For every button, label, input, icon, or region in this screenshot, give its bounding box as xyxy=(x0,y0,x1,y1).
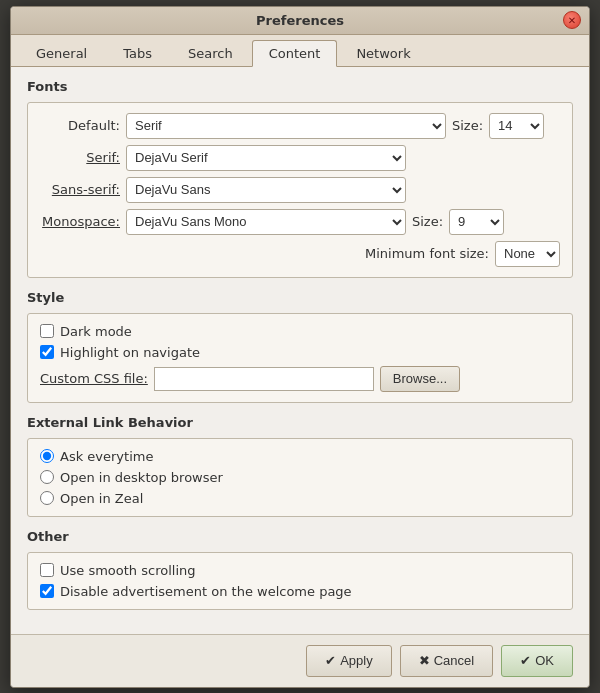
style-section-title: Style xyxy=(27,290,573,305)
radio-zeal-label: Open in Zeal xyxy=(60,491,143,506)
radio-zeal[interactable] xyxy=(40,491,54,505)
radio-desktop[interactable] xyxy=(40,470,54,484)
style-box: Dark mode Highlight on navigate Custom C… xyxy=(27,313,573,403)
titlebar: Preferences ✕ xyxy=(11,7,589,35)
css-file-input[interactable] xyxy=(154,367,374,391)
tab-network[interactable]: Network xyxy=(339,40,427,67)
ok-check-icon: ✔ xyxy=(520,653,531,668)
radio-ask-label: Ask everytime xyxy=(60,449,153,464)
min-font-size-select[interactable]: None xyxy=(495,241,560,267)
cancel-x-icon: ✖ xyxy=(419,653,430,668)
footer: ✔ Apply ✖ Cancel ✔ OK xyxy=(11,634,589,687)
external-link-title: External Link Behavior xyxy=(27,415,573,430)
tab-content[interactable]: Content xyxy=(252,40,338,67)
tab-general[interactable]: General xyxy=(19,40,104,67)
style-section: Style Dark mode Highlight on navigate Cu… xyxy=(27,290,573,403)
dark-mode-checkbox[interactable] xyxy=(40,324,54,338)
other-section-title: Other xyxy=(27,529,573,544)
css-file-row: Custom CSS file: Browse... xyxy=(40,366,560,392)
radio-zeal-row: Open in Zeal xyxy=(40,491,560,506)
dark-mode-label: Dark mode xyxy=(60,324,132,339)
browse-button[interactable]: Browse... xyxy=(380,366,460,392)
fonts-box: Default: Serif Size: 14 Serif: DejaVu Se… xyxy=(27,102,573,278)
serif-font-label: Serif: xyxy=(40,150,120,165)
mono-font-select[interactable]: DejaVu Sans Mono xyxy=(126,209,406,235)
apply-label: Apply xyxy=(340,653,373,668)
mono-size-label: Size: xyxy=(412,214,443,229)
radio-desktop-row: Open in desktop browser xyxy=(40,470,560,485)
fonts-section-title: Fonts xyxy=(27,79,573,94)
window-title: Preferences xyxy=(256,13,344,28)
serif-font-select[interactable]: DejaVu Serif xyxy=(126,145,406,171)
min-font-row: Minimum font size: None xyxy=(40,241,560,267)
tab-bar: General Tabs Search Content Network xyxy=(11,35,589,67)
default-size-label: Size: xyxy=(452,118,483,133)
preferences-window: Preferences ✕ General Tabs Search Conten… xyxy=(10,6,590,688)
disable-ads-label: Disable advertisement on the welcome pag… xyxy=(60,584,352,599)
radio-ask[interactable] xyxy=(40,449,54,463)
default-font-select[interactable]: Serif xyxy=(126,113,446,139)
external-link-section: External Link Behavior Ask everytime Ope… xyxy=(27,415,573,517)
serif-font-row: Serif: DejaVu Serif xyxy=(40,145,560,171)
default-font-row: Default: Serif Size: 14 xyxy=(40,113,560,139)
mono-font-size-select[interactable]: 9 xyxy=(449,209,504,235)
tab-tabs[interactable]: Tabs xyxy=(106,40,169,67)
smooth-scroll-checkbox[interactable] xyxy=(40,563,54,577)
ok-button[interactable]: ✔ OK xyxy=(501,645,573,677)
sans-font-row: Sans-serif: DejaVu Sans xyxy=(40,177,560,203)
cancel-label: Cancel xyxy=(434,653,474,668)
ok-label: OK xyxy=(535,653,554,668)
other-section: Other Use smooth scrolling Disable adver… xyxy=(27,529,573,610)
tab-search[interactable]: Search xyxy=(171,40,250,67)
radio-ask-row: Ask everytime xyxy=(40,449,560,464)
radio-desktop-label: Open in desktop browser xyxy=(60,470,223,485)
css-file-label: Custom CSS file: xyxy=(40,371,148,386)
dark-mode-row: Dark mode xyxy=(40,324,560,339)
smooth-scroll-row: Use smooth scrolling xyxy=(40,563,560,578)
sans-font-label: Sans-serif: xyxy=(40,182,120,197)
highlight-label: Highlight on navigate xyxy=(60,345,200,360)
external-link-box: Ask everytime Open in desktop browser Op… xyxy=(27,438,573,517)
mono-font-label: Monospace: xyxy=(40,214,120,229)
content-area: Fonts Default: Serif Size: 14 Serif: xyxy=(11,67,589,634)
close-button[interactable]: ✕ xyxy=(563,11,581,29)
smooth-scroll-label: Use smooth scrolling xyxy=(60,563,196,578)
apply-check-icon: ✔ xyxy=(325,653,336,668)
other-box: Use smooth scrolling Disable advertiseme… xyxy=(27,552,573,610)
cancel-button[interactable]: ✖ Cancel xyxy=(400,645,493,677)
default-font-label: Default: xyxy=(40,118,120,133)
fonts-section: Fonts Default: Serif Size: 14 Serif: xyxy=(27,79,573,278)
mono-font-row: Monospace: DejaVu Sans Mono Size: 9 xyxy=(40,209,560,235)
highlight-checkbox[interactable] xyxy=(40,345,54,359)
sans-font-select[interactable]: DejaVu Sans xyxy=(126,177,406,203)
apply-button[interactable]: ✔ Apply xyxy=(306,645,392,677)
disable-ads-row: Disable advertisement on the welcome pag… xyxy=(40,584,560,599)
default-font-size-select[interactable]: 14 xyxy=(489,113,544,139)
min-font-label: Minimum font size: xyxy=(365,246,489,261)
highlight-row: Highlight on navigate xyxy=(40,345,560,360)
disable-ads-checkbox[interactable] xyxy=(40,584,54,598)
